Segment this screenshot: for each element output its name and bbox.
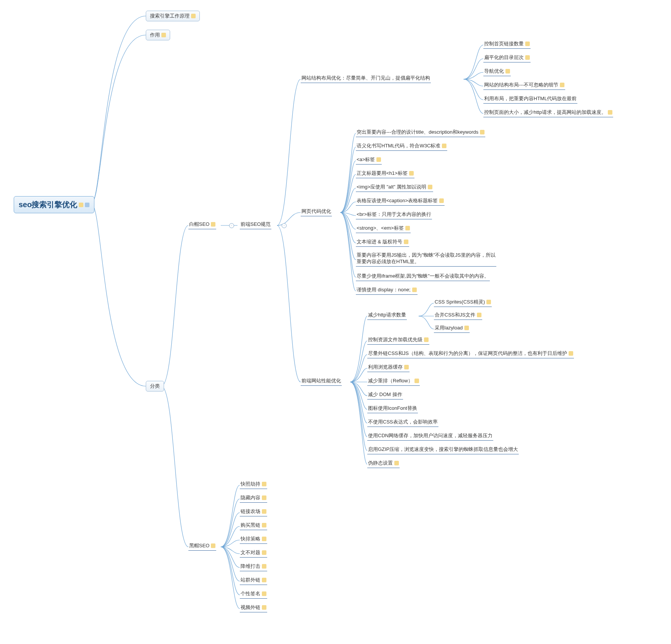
note-icon bbox=[428, 185, 432, 189]
node-label: 减少 DOM 操作 bbox=[368, 391, 402, 398]
leaf-node[interactable]: 利用布局，把重要内容HTML代码放在最前 bbox=[483, 94, 577, 104]
root-label: seo搜索引擎优化 bbox=[19, 200, 77, 210]
note-icon bbox=[560, 83, 564, 87]
leaf-node[interactable]: 正文标题要用<h1>标签 bbox=[356, 169, 414, 178]
leaf-node[interactable]: 尽量少使用iframe框架,因为"蜘蛛"一般不会读取其中的内容。 bbox=[356, 272, 490, 281]
leaf-node[interactable]: 个性签名 bbox=[240, 590, 267, 599]
note-icon bbox=[262, 564, 266, 569]
node-label: 谨慎使用 display：none; bbox=[357, 286, 411, 293]
note-icon bbox=[262, 523, 266, 527]
leaf-node[interactable]: 图标使用IconFont替换 bbox=[367, 404, 418, 413]
leaf-node[interactable]: 使用CDN网络缓存，加快用户访问速度，减轻服务器压力 bbox=[367, 431, 493, 441]
node-label: <img>应使用 "alt" 属性加以说明 bbox=[357, 184, 426, 190]
node-label: 前端SEO规范 bbox=[241, 221, 271, 228]
note-icon bbox=[262, 550, 266, 555]
leaf-node[interactable]: 减少 DOM 操作 bbox=[367, 390, 403, 400]
leaf-node[interactable]: 重要内容不要用JS输出，因为"蜘蛛"不会读取JS里的内容，所以 重要内容必须放在… bbox=[356, 251, 496, 267]
node-label: 网站的结构布局---不可忽略的细节 bbox=[484, 81, 558, 88]
node-perf-opt[interactable]: 前端网站性能优化 bbox=[301, 377, 342, 386]
leaf-node[interactable]: 控制页面的大小，减少http请求，提高网站的加载速度。 bbox=[483, 108, 613, 117]
leaf-node[interactable]: 减少重排（Reflow） bbox=[367, 377, 420, 386]
node-label: 导航优化 bbox=[484, 68, 504, 75]
node-struct-opt[interactable]: 网站结构布局优化：尽量简单、开门见山，提倡扁平化结构 bbox=[301, 74, 431, 83]
leaf-node[interactable]: 启用GZIP压缩，浏览速度变快，搜索引擎的蜘蛛抓取信息量也会增大 bbox=[367, 445, 519, 454]
node-label: 表格应该使用<caption>表格标题标签 bbox=[357, 197, 438, 204]
note-icon bbox=[79, 203, 83, 207]
note-icon bbox=[569, 351, 573, 356]
note-icon bbox=[505, 69, 510, 74]
leaf-node[interactable]: 快排策略 bbox=[240, 535, 267, 544]
note-icon bbox=[262, 495, 266, 500]
leaf-node[interactable]: 语义化书写HTML代码，符合W3C标准 bbox=[356, 142, 447, 151]
note-icon bbox=[525, 42, 530, 46]
node-label: 扁平化的目录层次 bbox=[484, 54, 524, 61]
leaf-node[interactable]: 导航优化 bbox=[483, 67, 511, 76]
node-label: 隐藏内容 bbox=[241, 494, 260, 501]
leaf-node[interactable]: 尽量外链CSS和JS（结构、表现和行为的分离），保证网页代码的整洁，也有利于日后… bbox=[367, 349, 574, 358]
leaf-node[interactable]: <br>标签：只用于文本内容的换行 bbox=[356, 210, 432, 219]
leaf-node[interactable]: 网站的结构布局---不可忽略的细节 bbox=[483, 81, 565, 90]
leaf-node[interactable]: 视频外链 bbox=[240, 603, 267, 612]
leaf-node[interactable]: 隐藏内容 bbox=[240, 494, 267, 503]
node-label: 伪静态设置 bbox=[368, 460, 393, 467]
note-icon bbox=[608, 110, 612, 115]
node-label: 链接农场 bbox=[241, 508, 260, 515]
note-icon bbox=[439, 198, 444, 203]
node-white-seo[interactable]: 白帽SEO bbox=[188, 220, 216, 229]
leaf-node[interactable]: 突出重要内容---合理的设计title、description和keywords bbox=[356, 128, 485, 137]
node-code-opt[interactable]: 网页代码优化 bbox=[301, 207, 332, 216]
leaf-node[interactable]: <a>标签 bbox=[356, 155, 382, 165]
node-purpose[interactable]: 作用 bbox=[146, 30, 170, 40]
leaf-node[interactable]: 表格应该使用<caption>表格标题标签 bbox=[356, 197, 445, 206]
leaf-node[interactable]: 购买黑链 bbox=[240, 521, 267, 530]
leaf-node[interactable]: 利用浏览器缓存 bbox=[367, 363, 410, 372]
leaf-node[interactable]: 合并CSS和JS文件 bbox=[434, 311, 482, 320]
note-icon bbox=[262, 537, 266, 541]
node-label: 文本缩进 & 版权符号 bbox=[357, 238, 402, 245]
collapse-toggle[interactable]: - bbox=[282, 223, 287, 228]
note-icon bbox=[486, 300, 491, 304]
node-label: 重要内容不要用JS输出，因为"蜘蛛"不会读取JS里的内容，所以 重要内容必须放在… bbox=[357, 252, 496, 265]
node-search-engine-principle[interactable]: 搜索引擎工作原理 bbox=[146, 11, 200, 21]
note-icon bbox=[262, 605, 266, 610]
node-label: 作用 bbox=[150, 32, 160, 38]
leaf-node[interactable]: <strong>、<em>标签 bbox=[356, 224, 411, 233]
leaf-node[interactable]: <img>应使用 "alt" 属性加以说明 bbox=[356, 183, 433, 192]
leaf-node[interactable]: 文不对题 bbox=[240, 548, 267, 558]
node-black-seo[interactable]: 黑帽SEO bbox=[188, 542, 216, 551]
node-label: 正文标题要用<h1>标签 bbox=[357, 170, 408, 177]
node-label: <strong>、<em>标签 bbox=[357, 225, 404, 232]
note-icon bbox=[464, 326, 469, 330]
note-icon bbox=[161, 33, 166, 37]
node-label: 黑帽SEO bbox=[189, 542, 209, 549]
node-label: 快照劫持 bbox=[241, 481, 260, 487]
node-label: 不使用CSS表达式，会影响效率 bbox=[368, 419, 438, 425]
node-label: 控制首页链接数量 bbox=[484, 40, 524, 47]
leaf-node[interactable]: 降维打击 bbox=[240, 562, 267, 571]
node-label: 利用布局，把重要内容HTML代码放在最前 bbox=[484, 95, 577, 102]
node-fe-seo-spec[interactable]: 前端SEO规范 bbox=[240, 220, 271, 229]
leaf-node[interactable]: 谨慎使用 display：none; bbox=[356, 286, 418, 295]
leaf-node[interactable]: 站群外链 bbox=[240, 576, 267, 585]
leaf-node[interactable]: 控制首页链接数量 bbox=[483, 40, 531, 49]
leaf-node[interactable]: CSS Sprites(CSS精灵) bbox=[434, 298, 492, 307]
leaf-node[interactable]: 快照劫持 bbox=[240, 480, 267, 489]
node-label: 搜索引擎工作原理 bbox=[150, 13, 190, 19]
leaf-node[interactable]: 链接农场 bbox=[240, 507, 267, 516]
node-category[interactable]: 分类 bbox=[146, 381, 164, 392]
leaf-node[interactable]: 控制资源文件加载优先级 bbox=[367, 336, 429, 345]
note-icon bbox=[262, 578, 266, 582]
node-label: 减少http请求数量 bbox=[368, 312, 406, 318]
leaf-node[interactable]: 采用lazyload bbox=[434, 324, 470, 333]
leaf-node[interactable]: 文本缩进 & 版权符号 bbox=[356, 238, 409, 247]
note-icon bbox=[414, 379, 419, 383]
leaf-node[interactable]: 不使用CSS表达式，会影响效率 bbox=[367, 418, 438, 427]
node-label: 尽量外链CSS和JS（结构、表现和行为的分离），保证网页代码的整洁，也有利于日后… bbox=[368, 350, 567, 357]
collapse-toggle[interactable]: - bbox=[229, 223, 234, 228]
node-label: 个性签名 bbox=[241, 590, 260, 597]
leaf-node[interactable]: 伪静态设置 bbox=[367, 459, 400, 468]
leaf-node[interactable]: 扁平化的目录层次 bbox=[483, 53, 531, 62]
root-node[interactable]: seo搜索引擎优化 bbox=[14, 196, 94, 213]
node-label: 尽量少使用iframe框架,因为"蜘蛛"一般不会读取其中的内容。 bbox=[357, 273, 489, 280]
node-reduce-http[interactable]: 减少http请求数量 bbox=[367, 311, 407, 320]
